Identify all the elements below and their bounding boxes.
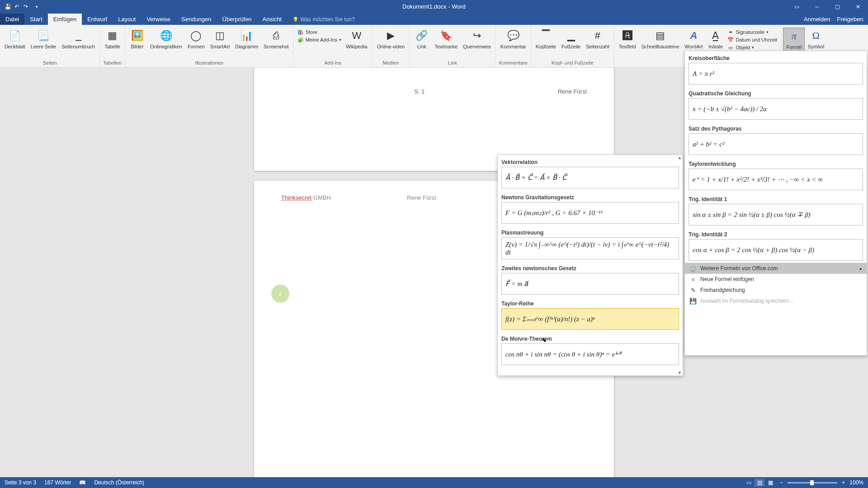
status-proofing-icon[interactable]: 📖 [79,479,86,486]
web-layout-icon[interactable]: ▦ [765,479,775,487]
dropcap-button[interactable]: A̲Initiale [705,28,726,51]
crossref-button[interactable]: ↪Querverweis [460,28,494,51]
minimize-icon[interactable]: ─ [807,0,827,13]
link-button[interactable]: 🔗Link [411,28,432,51]
pictures-button[interactable]: 🖼️Bilder [127,28,147,51]
online-pictures-button[interactable]: 🌐Onlinegrafiken [147,28,185,51]
scroll-down-icon[interactable]: ▼ [678,371,682,375]
share-button[interactable]: Freigeben [837,16,863,23]
formula-item[interactable]: KreisoberflächeA = π r² [685,51,867,86]
chart-button[interactable]: 📊Diagramm [232,28,261,51]
tab-design[interactable]: Entwurf [82,14,113,25]
formula-preview[interactable]: x = (−b ± √(b² − 4ac)) / 2a [689,98,863,120]
formula-item[interactable]: PlasmastreuungZ(v) = 1/√π ∫₋∞^∞ (e^(−t²)… [498,225,683,261]
tab-review[interactable]: Überprüfen [217,14,257,25]
tab-layout[interactable]: Layout [113,14,141,25]
shapes-button[interactable]: ◯Formen [185,28,208,51]
smartart-button[interactable]: ◫SmartArt [208,28,232,51]
page-number-button[interactable]: #Seitenzahl [583,28,612,51]
formula-preview[interactable]: A = π r² [689,63,863,84]
formula-preview[interactable]: A⃗ · B⃗ × C⃗ = A⃗ × B⃗ · C⃗ [501,167,679,188]
link-icon: 🔗 [415,28,429,43]
formula-item[interactable]: Satz des Pythagorasa² + b² = c² [685,122,867,157]
read-mode-icon[interactable]: ▭ [744,479,754,487]
maximize-icon[interactable]: ▢ [827,0,848,13]
formula-item[interactable]: Taylorentwicklungeˣ = 1 + x/1! + x²/2! +… [685,157,867,192]
close-icon[interactable]: ✕ [848,0,868,13]
formula-preview[interactable]: eˣ = 1 + x/1! + x²/2! + x³/3! + ⋯ , −∞ <… [689,169,863,190]
more-formulas-office[interactable]: 🏢Weitere Formeln von Office.com▸ [685,263,867,274]
formula-gallery-right: KreisoberflächeA = π r²Quadratische Glei… [684,51,867,356]
insert-new-formula[interactable]: πNeue Formel einfügen [685,274,867,285]
page-number: S. 1 [414,88,425,95]
tab-insert[interactable]: Einfügen [48,14,82,25]
online-video-button[interactable]: ▶Online-video [374,28,408,51]
zoom-in-icon[interactable]: + [842,479,845,486]
undo-icon[interactable]: ↶ [14,4,20,10]
formula-item[interactable]: VektorrelationA⃗ · B⃗ × C⃗ = A⃗ × B⃗ · C… [498,155,683,190]
status-page[interactable]: Seite 3 von 3 [5,479,36,486]
bookmark-button[interactable]: 🔖Textmarke [432,28,460,51]
textbox-button[interactable]: 🅰Textfeld [616,28,639,51]
screenshot-icon: ⎙ [269,28,283,43]
redo-icon[interactable]: ↷ [23,4,29,10]
comment-button[interactable]: 💬Kommentar [498,28,529,51]
formula-title: Satz des Pythagoras [689,123,863,133]
formula-item[interactable]: Trig. Identität 2cos α + cos β = 2 cos ½… [685,227,867,263]
formula-item[interactable]: Taylor-Reihef(z) = Σₙ₌₀^∞ (f⁽ⁿ⁾(a)/n!) (… [498,296,683,332]
zoom-slider[interactable] [788,482,837,483]
tab-references[interactable]: Verweise [141,14,176,25]
zoom-level[interactable]: 100% [849,479,863,486]
my-addins-button[interactable]: 🧩Meine Add-Ins ▾ [297,37,341,43]
formula-preview[interactable]: F = G (m₁m₂)/r² , G = 6.67 × 10⁻¹¹ [501,202,679,224]
formula-preview[interactable]: F⃗ = m a⃗ [501,273,679,295]
qat-customize-icon[interactable]: ▾ [33,4,40,10]
save-icon[interactable]: 💾 [5,4,11,10]
formula-preview[interactable]: sin α ± sin β = 2 sin ½(α ± β) cos ½(α ∓… [689,204,863,225]
cover-page-button[interactable]: 📄Deckblatt [2,28,28,51]
ink-equation[interactable]: ✎Freihandgleichung [685,285,867,296]
page-number-icon: # [590,28,605,43]
formula-item[interactable]: Newtons GravitationsgesetzF = G (m₁m₂)/r… [498,190,683,225]
date-time-button[interactable]: 📅Datum und Uhrzeit [727,37,777,43]
quickparts-button[interactable]: ▤Schnellbausteine [639,28,682,51]
formula-preview[interactable]: Z(v) = 1/√π ∫₋∞^∞ (e^(−t²) dt)/(t − iv) … [501,237,679,259]
object-button[interactable]: ▭Objekt ▾ [727,44,777,51]
group-illustrations: 🖼️Bilder 🌐Onlinegrafiken ◯Formen ◫SmartA… [125,25,294,67]
page-break-icon: ⎯ [71,28,85,43]
store-button[interactable]: 🛍️Store [297,29,341,35]
status-language[interactable]: Deutsch (Österreich) [94,479,144,486]
formula-preview[interactable]: cos nθ + i sin nθ = (cos θ + i sin θ)ⁿ =… [501,343,679,365]
formula-item[interactable]: Quadratische Gleichungx = (−b ± √(b² − 4… [685,86,867,122]
wordart-button[interactable]: AWordArt [682,28,705,51]
tab-view[interactable]: Ansicht [257,14,288,25]
group-tables: ▦Tabelle Tabellen [100,25,125,67]
formula-item[interactable]: Zweites newtonsches GesetzF⃗ = m a⃗ [498,261,683,296]
page-footer: S. 1 Rene Fürst [254,68,614,95]
tell-me[interactable]: Was möchten Sie tun? [287,14,360,25]
table-icon: ▦ [105,28,120,43]
wikipedia-button[interactable]: WWikipedia [343,28,370,51]
print-layout-icon[interactable]: ▤ [755,479,764,487]
header-button[interactable]: ▔Kopfzeile [533,28,559,51]
table-button[interactable]: ▦Tabelle [102,28,123,51]
footer-button[interactable]: ▁Fußzeile [559,28,583,51]
zoom-out-icon[interactable]: − [780,479,783,486]
formula-item[interactable]: De Moivre-Theoremcos nθ + i sin nθ = (co… [498,332,683,367]
screenshot-button[interactable]: ⎙Screenshot [261,28,292,51]
shapes-icon: ◯ [189,28,203,43]
tab-start[interactable]: Start [24,14,47,25]
scroll-up-icon[interactable]: ▲ [678,155,682,160]
signature-line-button[interactable]: ✒Signaturzeile ▾ [727,29,777,35]
formula-item[interactable]: Trig. Identität 1sin α ± sin β = 2 sin ½… [685,192,867,227]
ribbon-display-icon[interactable]: ▭ [787,0,807,13]
status-words[interactable]: 167 Wörter [44,479,71,486]
tab-mailings[interactable]: Sendungen [176,14,217,25]
formula-preview[interactable]: cos α + cos β = 2 cos ½(α + β) cos ½(α −… [689,239,863,261]
formula-preview[interactable]: a² + b² = c² [689,133,863,155]
blank-page-button[interactable]: 📃Leere Seite [28,28,59,51]
signin-link[interactable]: Anmelden [804,16,830,23]
formula-preview[interactable]: f(z) = Σₙ₌₀^∞ (f⁽ⁿ⁾(a)/n!) (z − a)ⁿ [501,308,679,330]
tab-file[interactable]: Datei [0,14,24,25]
page-break-button[interactable]: ⎯Seitenumbruch [59,28,98,51]
